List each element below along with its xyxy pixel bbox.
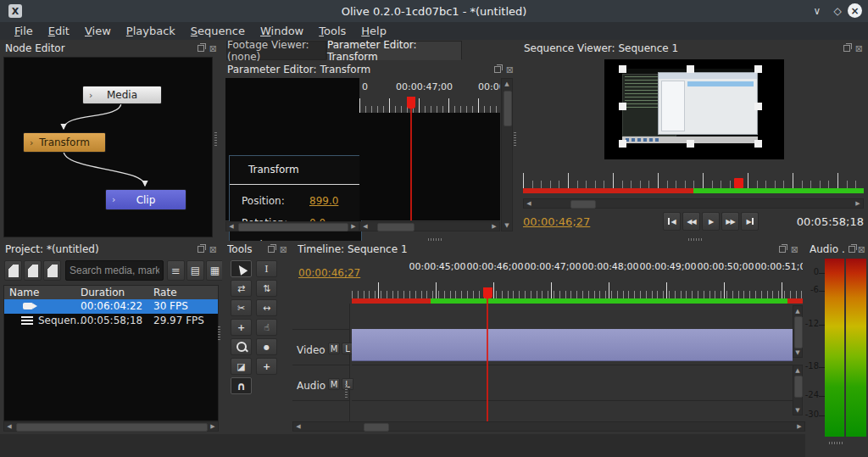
expand-icon[interactable]: › (112, 194, 115, 205)
scroll-down-arrow[interactable]: ▼ (503, 221, 511, 230)
scrollbar-thumb[interactable] (364, 423, 389, 432)
gizmo-handle-top-left[interactable] (619, 65, 626, 73)
scroll-left-arrow[interactable]: ◀ (294, 422, 303, 431)
column-header-rate[interactable]: Rate (153, 287, 177, 298)
splitter-top-bottom-left[interactable] (428, 238, 442, 241)
add-tool-button[interactable]: + (256, 358, 277, 375)
slip-tool-button[interactable]: ↔ (256, 299, 277, 316)
menu-file[interactable]: File (7, 22, 41, 40)
menu-edit[interactable]: Edit (41, 22, 77, 40)
splitter-top-bottom-right[interactable] (688, 238, 702, 241)
timeline-horizontal-scrollbar[interactable]: ◀ ▶ (292, 421, 805, 432)
scrollbar-thumb[interactable] (794, 316, 803, 348)
viewer-range-in[interactable] (693, 188, 864, 193)
gizmo-handle-bottom-right[interactable] (754, 140, 762, 148)
open-project-button[interactable] (24, 260, 42, 281)
float-panel-icon[interactable] (849, 246, 855, 253)
scroll-up-arrow[interactable]: ▲ (503, 80, 511, 88)
scroll-right-arrow[interactable]: ▶ (349, 222, 358, 231)
param-value-position[interactable]: 899.0 (309, 195, 338, 207)
float-panel-icon[interactable] (198, 45, 204, 52)
tree-view-button[interactable]: ≡ (167, 260, 185, 281)
scroll-right-arrow[interactable]: ▶ (209, 422, 217, 431)
timeline-playhead[interactable] (483, 287, 492, 298)
project-horizontal-scrollbar[interactable]: ◀ ▶ (3, 421, 219, 432)
rolling-tool-button[interactable]: ⇅ (256, 280, 277, 297)
table-row-sequence[interactable]: Sequen... 00:05:58;18 29.97 FPS (4, 314, 218, 328)
keyframe-horizontal-scrollbar[interactable]: ◀ ▶ (359, 221, 500, 231)
keyframe-vertical-scrollbar[interactable]: ▲ ▼ (501, 78, 513, 231)
scroll-right-arrow[interactable]: ▶ (490, 222, 498, 231)
scroll-right-arrow[interactable]: ▶ (795, 422, 804, 431)
new-button[interactable] (4, 260, 22, 281)
viewer-horizontal-scrollbar[interactable]: ◀ ▶ (523, 198, 864, 209)
maximize-button[interactable]: ◇ (828, 0, 847, 22)
keyframe-playhead[interactable] (407, 97, 415, 109)
gizmo-handle-top-right[interactable] (754, 65, 762, 73)
scroll-down-arrow[interactable]: ▼ (793, 406, 802, 414)
close-panel-icon[interactable]: ⊠ (506, 65, 514, 75)
scrollbar-thumb[interactable] (504, 91, 512, 126)
tab-footage-viewer[interactable]: Footage Viewer: (none) (226, 41, 326, 60)
menu-sequence[interactable]: Sequence (183, 22, 253, 40)
transition-tool-button[interactable]: ◪ (231, 358, 252, 375)
list-view-button[interactable]: ▤ (186, 260, 204, 281)
audio1-mute-button[interactable]: M (328, 378, 340, 390)
menu-view[interactable]: View (77, 22, 119, 40)
pointer-tool-button[interactable] (231, 260, 252, 277)
project-table-header[interactable]: Name Duration Rate (4, 286, 218, 300)
icon-view-button[interactable]: ▦ (206, 260, 224, 281)
node-media[interactable]: › Media (82, 86, 162, 104)
keyframe-ruler-labels[interactable]: 0 00:00:47;00 00:00:4 (359, 78, 500, 95)
param-horizontal-scrollbar[interactable]: ◀ ▶ (225, 221, 359, 231)
scroll-up-arrow[interactable]: ▲ (793, 366, 802, 374)
float-panel-icon[interactable] (198, 246, 204, 253)
keyframe-ruler-ticks[interactable] (359, 95, 500, 113)
node-graph-canvas[interactable]: › Media › Transform › Clip (3, 57, 213, 237)
scroll-left-arrow[interactable]: ◀ (361, 222, 370, 231)
close-panel-icon[interactable]: ⊠ (280, 245, 287, 254)
timeline-ruler-labels[interactable]: 00:00:45;00 00:00:46;00 00:00:47;00 00:0… (352, 261, 803, 273)
scroll-down-arrow[interactable]: ▼ (793, 348, 802, 356)
next-frame-button[interactable]: ▶▶ (721, 212, 739, 231)
tab-parameter-editor[interactable]: Parameter Editor: Transform (326, 41, 462, 60)
scrollbar-thumb[interactable] (16, 423, 208, 432)
menu-tools[interactable]: Tools (311, 22, 353, 40)
scrollbar-thumb[interactable] (377, 223, 415, 231)
gizmo-handle-bottom-left[interactable] (619, 140, 626, 148)
video-tracks-scrollbar[interactable]: ▲ ▼ (793, 305, 803, 358)
go-to-start-button[interactable]: ◀ (663, 212, 681, 231)
razor-tool-button[interactable]: ✂ (231, 299, 252, 316)
menu-window[interactable]: Window (253, 22, 311, 40)
scroll-left-arrow[interactable]: ◀ (227, 222, 236, 231)
splitter-param-viewer[interactable] (514, 132, 516, 146)
timeline-ruler-ticks[interactable] (352, 278, 803, 298)
close-panel-icon[interactable]: ⊠ (209, 44, 217, 53)
scrollbar-thumb[interactable] (794, 376, 803, 398)
scroll-up-arrow[interactable]: ▲ (793, 307, 802, 315)
scroll-left-arrow[interactable]: ◀ (525, 199, 533, 208)
gizmo-handle-top-center[interactable] (687, 65, 694, 73)
table-row-video-clip[interactable]: 00:06:04:22 30 FPS (4, 299, 218, 314)
track-resize-handle[interactable] (345, 384, 348, 398)
menu-help[interactable]: Help (353, 22, 394, 40)
scrollbar-thumb[interactable] (238, 223, 348, 231)
float-panel-icon[interactable] (268, 246, 275, 253)
play-button[interactable]: ▶ (702, 212, 720, 231)
float-panel-icon[interactable] (779, 246, 786, 253)
node-transform[interactable]: › Transform (23, 132, 106, 153)
expand-icon[interactable]: › (30, 137, 33, 148)
splitter-node-param[interactable] (214, 132, 217, 146)
scrollbar-thumb[interactable] (570, 200, 596, 209)
record-tool-button[interactable]: ● (256, 338, 277, 355)
viewer-ruler-ticks[interactable] (523, 170, 864, 188)
go-to-end-button[interactable]: ▶ (741, 212, 759, 231)
scroll-left-arrow[interactable]: ◀ (5, 422, 14, 431)
edit-tool-button[interactable]: I (256, 260, 277, 277)
viewer-current-timecode[interactable]: 00:00:46;27 (523, 215, 590, 228)
minimize-button[interactable]: ∨ (808, 0, 826, 22)
column-header-duration[interactable]: Duration (81, 287, 125, 298)
expand-icon[interactable]: › (89, 90, 92, 101)
column-header-name[interactable]: Name (9, 287, 39, 298)
save-project-button[interactable] (43, 260, 61, 281)
